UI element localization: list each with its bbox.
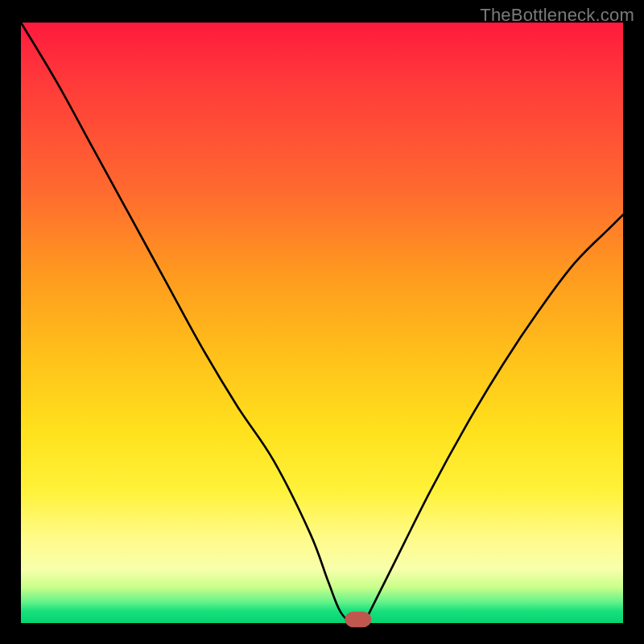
- plot-area: [21, 23, 623, 623]
- chart-frame: TheBottleneck.com: [0, 0, 644, 644]
- bottleneck-curve: [21, 23, 623, 625]
- minimum-marker: [348, 615, 368, 625]
- curve-layer: [21, 23, 623, 623]
